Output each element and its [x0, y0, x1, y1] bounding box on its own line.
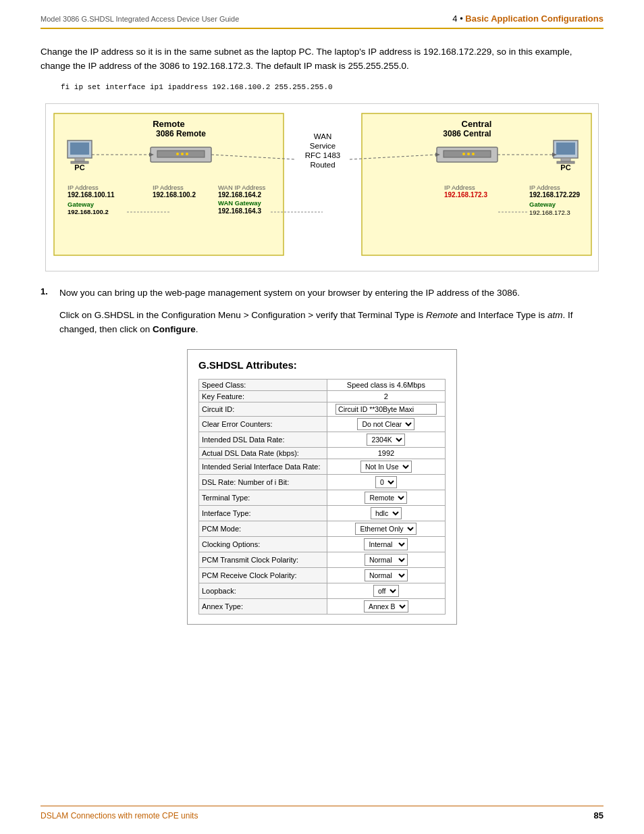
svg-text:192.168.172.3: 192.168.172.3: [444, 191, 487, 199]
svg-point-20: [472, 153, 475, 155]
attr-label: Clocking Options:: [199, 536, 327, 552]
page-footer: DSLAM Connections with remote CPE units …: [41, 806, 603, 820]
attr-value[interactable]: NormalInverted: [327, 552, 445, 567]
svg-rect-5: [70, 142, 89, 155]
svg-text:192.168.100.2: 192.168.100.2: [153, 191, 196, 199]
attr-label: PCM Receive Clock Polarity:: [199, 567, 327, 583]
header-right-text: 4 • Basic Application Configurations: [452, 14, 603, 24]
step-1-text: Now you can bring up the web-page manage…: [59, 286, 603, 301]
attr-label: Intended Serial Interface Data Rate:: [199, 459, 327, 474]
attr-select-field[interactable]: Not In Use64K128K: [360, 461, 412, 473]
svg-text:IP Address: IP Address: [529, 184, 560, 191]
attr-value[interactable]: offon: [327, 583, 445, 598]
svg-text:192.168.100.2: 192.168.100.2: [68, 208, 109, 215]
svg-text:192.168.164.3: 192.168.164.3: [218, 207, 261, 215]
svg-rect-22: [556, 142, 575, 155]
svg-text:192.168.172.3: 192.168.172.3: [529, 209, 570, 216]
attr-input-field[interactable]: [336, 404, 437, 415]
attr-row: PCM Mode:Ethernet OnlySerial OnlyBoth: [199, 521, 446, 536]
attr-row: DSL Rate: Number of i Bit:012: [199, 474, 446, 490]
attr-value[interactable]: RemoteCentral: [327, 490, 445, 505]
attr-label: Terminal Type:: [199, 490, 327, 505]
attr-value[interactable]: Ethernet OnlySerial OnlyBoth: [327, 521, 445, 536]
svg-text:Remote: Remote: [153, 119, 185, 129]
svg-text:Routed: Routed: [310, 161, 335, 169]
svg-point-13: [181, 153, 184, 155]
attr-select-field[interactable]: NormalInverted: [365, 554, 408, 566]
attr-label: Circuit ID:: [199, 402, 327, 416]
attr-value[interactable]: 2304K1152K768K: [327, 432, 445, 447]
svg-text:3086 Remote: 3086 Remote: [156, 129, 206, 138]
attr-label: Intended DSL Data Rate:: [199, 432, 327, 447]
svg-point-14: [186, 153, 188, 155]
attr-value[interactable]: hdlcatm: [327, 505, 445, 521]
attr-select-field[interactable]: NormalInverted: [365, 569, 408, 581]
page-header: Model 3086 G.SHDSL Integrated Access Dev…: [41, 14, 603, 29]
svg-text:3086 Central: 3086 Central: [443, 129, 491, 138]
attr-value[interactable]: 012: [327, 474, 445, 490]
code-example: fi ip set interface ip1 ipaddress 192.16…: [61, 83, 603, 91]
attr-select-field[interactable]: 2304K1152K768K: [367, 434, 405, 446]
attr-value: 1992: [327, 447, 445, 459]
svg-text:IP Address: IP Address: [444, 184, 475, 191]
attr-value: Speed class is 4.6Mbps: [327, 379, 445, 390]
attr-select-field[interactable]: Ethernet OnlySerial OnlyBoth: [355, 523, 417, 535]
svg-rect-6: [75, 158, 84, 161]
attr-select-field[interactable]: offon: [373, 585, 399, 597]
page: Model 3086 G.SHDSL Integrated Access Dev…: [0, 0, 644, 834]
step2-bold: Configure: [153, 324, 196, 334]
attr-select-field[interactable]: InternalExternal: [364, 538, 408, 550]
attr-row: Speed Class:Speed class is 4.6Mbps: [199, 379, 446, 390]
attr-label: Clear Error Counters:: [199, 416, 327, 432]
attr-value[interactable]: [327, 402, 445, 416]
step2-italic2: atm: [547, 310, 563, 320]
attr-value[interactable]: Not In Use64K128K: [327, 459, 445, 474]
svg-point-12: [176, 153, 179, 155]
attr-select-field[interactable]: RemoteCentral: [365, 492, 407, 504]
header-chapter-title: Basic Application Configurations: [465, 14, 603, 24]
attr-row: Clocking Options:InternalExternal: [199, 536, 446, 552]
svg-text:Central: Central: [462, 119, 492, 129]
svg-text:WAN IP Address: WAN IP Address: [218, 184, 265, 191]
attr-row: PCM Transmit Clock Polarity:NormalInvert…: [199, 552, 446, 567]
attributes-panel: G.SHDSL Attributes: Speed Class:Speed cl…: [187, 349, 457, 625]
attr-value[interactable]: InternalExternal: [327, 536, 445, 552]
attr-row: PCM Receive Clock Polarity:NormalInverte…: [199, 567, 446, 583]
step-2-text: Click on G.SHDSL in the Configuration Me…: [59, 309, 603, 337]
attr-row: Interface Type:hdlcatm: [199, 505, 446, 521]
svg-text:192.168.100.11: 192.168.100.11: [68, 191, 115, 199]
attr-row: Intended DSL Data Rate:2304K1152K768K: [199, 432, 446, 447]
attr-label: Loopback:: [199, 583, 327, 598]
attr-select-field[interactable]: 012: [375, 476, 397, 488]
page-number: 85: [594, 810, 603, 820]
svg-text:192.168.164.2: 192.168.164.2: [218, 191, 261, 199]
attr-row: Loopback:offon: [199, 583, 446, 598]
attr-value[interactable]: NormalInverted: [327, 567, 445, 583]
attr-value[interactable]: Do not ClearClear: [327, 416, 445, 432]
attr-row: Annex Type:Annex BAnnex A: [199, 598, 446, 614]
intro-paragraph: Change the IP address so it is in the sa…: [41, 45, 603, 74]
attr-row: Intended Serial Interface Data Rate:Not …: [199, 459, 446, 474]
attr-select-field[interactable]: Do not ClearClear: [357, 418, 414, 430]
svg-point-18: [462, 153, 465, 155]
svg-text:Gateway: Gateway: [529, 201, 556, 208]
attr-value[interactable]: Annex BAnnex A: [327, 598, 445, 614]
attr-select-field[interactable]: Annex BAnnex A: [364, 600, 408, 613]
attr-row: Circuit ID:: [199, 402, 446, 416]
attr-label: PCM Mode:: [199, 521, 327, 536]
step2-italic1: Remote: [426, 310, 458, 320]
svg-text:WAN Gateway: WAN Gateway: [218, 199, 262, 207]
attr-row: Terminal Type:RemoteCentral: [199, 490, 446, 505]
step-number-1: 1.: [41, 286, 54, 301]
svg-text:192.168.172.229: 192.168.172.229: [529, 191, 581, 199]
header-left-text: Model 3086 G.SHDSL Integrated Access Dev…: [41, 15, 239, 23]
attr-value: 2: [327, 390, 445, 402]
svg-text:Gateway: Gateway: [68, 201, 95, 208]
svg-point-19: [467, 153, 470, 155]
attr-select-field[interactable]: hdlcatm: [371, 507, 402, 519]
attr-row: Key Feature:2: [199, 390, 446, 402]
svg-text:PC: PC: [74, 163, 84, 172]
attr-label: Annex Type:: [199, 598, 327, 614]
svg-text:PC: PC: [560, 163, 570, 172]
attr-label: Speed Class:: [199, 379, 327, 390]
